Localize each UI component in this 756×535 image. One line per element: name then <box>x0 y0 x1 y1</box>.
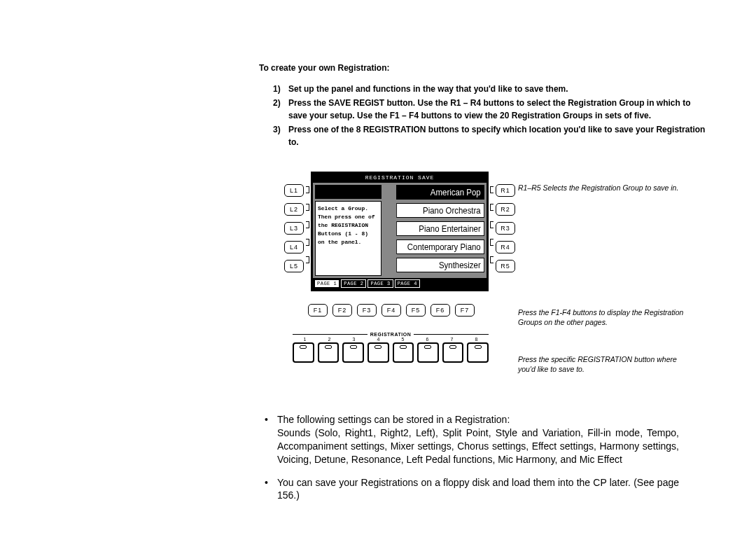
bullet-marker: • <box>265 476 277 503</box>
reg-4-button[interactable] <box>368 342 389 363</box>
bullet-2: • You can save your Registrations on a f… <box>98 476 679 503</box>
r1-button[interactable]: R1 <box>496 184 515 197</box>
lcd-selected-blank <box>315 185 382 199</box>
step-text: Press the SAVE REGIST button. Use the R1… <box>288 97 707 122</box>
lcd-screen: REGISTRATION SAVE Select a Group. Then p… <box>311 172 489 291</box>
step-2: 2) Press the SAVE REGIST button. Use the… <box>273 97 707 122</box>
r5-button[interactable]: R5 <box>496 260 515 272</box>
bullet-marker: • <box>265 413 277 466</box>
reg-8-button[interactable] <box>467 342 489 363</box>
step-1: 1) Set up the panel and functions in the… <box>273 83 707 95</box>
f7-button[interactable]: F7 <box>455 304 475 317</box>
f1-button[interactable]: F1 <box>308 304 328 317</box>
bullet-text: You can save your Registrations on a flo… <box>277 476 679 503</box>
f3-button[interactable]: F3 <box>357 304 377 317</box>
l2-button[interactable]: L2 <box>284 203 304 216</box>
bullet-text: The following settings can be stored in … <box>277 413 679 466</box>
lcd-page-tabs: PAGE 1 PAGE 2 PAGE 3 PAGE 4 <box>313 278 486 289</box>
annotation-reg: Press the specific REGISTRATION button w… <box>518 355 693 374</box>
right-button-column: R1 R2 R3 R4 R5 <box>496 172 515 272</box>
step-3: 3) Press one of the 8 REGISTRATION butto… <box>273 123 707 148</box>
l3-button[interactable]: L3 <box>284 222 304 235</box>
l1-button[interactable]: L1 <box>284 184 304 197</box>
bullet-1: • The following settings can be stored i… <box>98 413 679 466</box>
f2-button[interactable]: F2 <box>332 304 352 317</box>
reg-num: 7 <box>451 337 454 342</box>
lcd-message: Select a Group. Then press one of the RE… <box>315 201 382 276</box>
registration-button-row <box>293 342 489 363</box>
msg-line: Then press one of <box>318 213 379 221</box>
reg-num: 8 <box>475 337 478 342</box>
step-num: 2) <box>273 97 288 122</box>
f4-button[interactable]: F4 <box>382 304 401 317</box>
msg-line: the REGISTRAION <box>318 221 379 230</box>
step-num: 1) <box>273 83 288 95</box>
reg-num: 5 <box>402 337 405 342</box>
reg-5-button[interactable] <box>393 342 414 363</box>
msg-line: on the panel. <box>318 238 379 246</box>
step-text: Press one of the 8 REGISTRATION buttons … <box>288 123 707 148</box>
reg-2-button[interactable] <box>318 342 340 363</box>
registration-numbers: 1 2 3 4 5 6 7 8 <box>293 337 489 342</box>
right-brackets <box>489 172 496 265</box>
page-4-tab[interactable]: PAGE 4 <box>395 279 420 288</box>
r2-button[interactable]: R2 <box>496 203 515 216</box>
msg-line: Buttons (1 - 8) <box>318 230 379 238</box>
r4-button[interactable]: R4 <box>496 241 515 253</box>
registration-block: REGISTRATION 1 2 3 4 5 6 7 8 <box>293 332 489 363</box>
f6-button[interactable]: F6 <box>430 304 450 317</box>
bullet-list: • The following settings can be stored i… <box>98 413 679 512</box>
reg-num: 3 <box>353 337 356 342</box>
step-text: Set up the panel and functions in the wa… <box>288 83 707 95</box>
page-3-tab[interactable]: PAGE 3 <box>368 279 393 288</box>
reg-7-button[interactable] <box>442 342 464 363</box>
group-contemporary-piano[interactable]: Contemporary Piano <box>396 239 484 254</box>
l4-button[interactable]: L4 <box>284 241 304 253</box>
section-heading: To create your own Registration: <box>259 63 707 73</box>
r3-button[interactable]: R3 <box>496 222 515 235</box>
page-1-tab[interactable]: PAGE 1 <box>314 279 340 288</box>
f5-button[interactable]: F5 <box>406 304 426 317</box>
group-piano-orchestra[interactable]: Piano Orchestra <box>396 203 484 218</box>
steps-list: 1) Set up the panel and functions in the… <box>273 83 707 148</box>
group-american-pop[interactable]: American Pop <box>396 185 484 200</box>
l5-button[interactable]: L5 <box>284 260 304 272</box>
annotation-f: Press the F1-F4 buttons to display the R… <box>518 308 693 327</box>
msg-line: Select a Group. <box>318 204 379 213</box>
left-button-column: L1 L2 L3 L4 L5 <box>284 172 304 272</box>
reg-3-button[interactable] <box>342 342 364 363</box>
left-brackets <box>304 172 311 265</box>
group-piano-entertainer[interactable]: Piano Entertainer <box>396 221 484 236</box>
registration-label: REGISTRATION <box>370 332 411 337</box>
lcd-title: REGISTRATION SAVE <box>313 174 486 183</box>
step-num: 3) <box>273 123 288 148</box>
reg-num: 4 <box>377 337 380 342</box>
reg-num: 6 <box>426 337 429 342</box>
reg-1-button[interactable] <box>293 342 314 363</box>
reg-num: 2 <box>328 337 331 342</box>
group-synthesizer[interactable]: Synthesizer <box>396 258 484 272</box>
reg-6-button[interactable] <box>417 342 439 363</box>
reg-num: 1 <box>304 337 307 342</box>
page-2-tab[interactable]: PAGE 2 <box>341 279 366 288</box>
annotation-r: R1–R5 Selects the Registration Group to … <box>518 183 693 193</box>
